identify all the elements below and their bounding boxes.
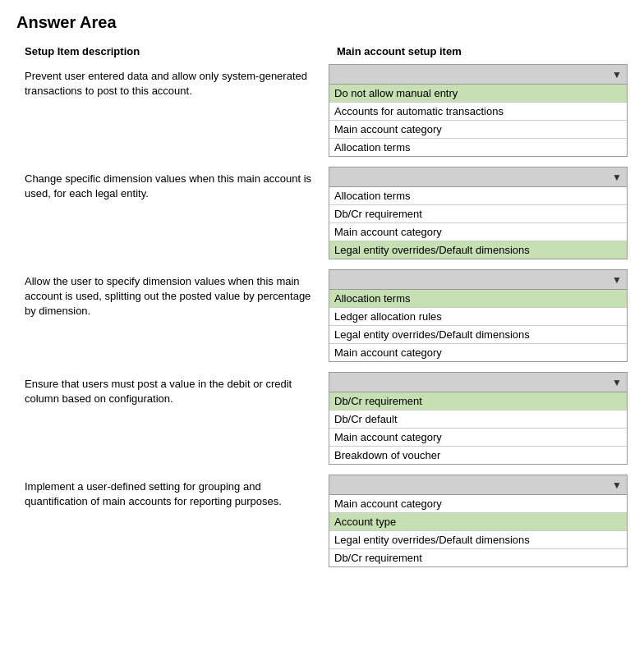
dropdown-header[interactable]: ▼: [329, 270, 627, 290]
dropdown-option[interactable]: Do not allow manual entry: [329, 85, 627, 103]
table-row: Change specific dimension values when th…: [16, 167, 628, 259]
col-main-header: Main account setup item: [329, 45, 628, 57]
chevron-down-icon: ▼: [612, 479, 622, 491]
chevron-down-icon: ▼: [612, 274, 622, 286]
dropdown-option[interactable]: Allocation terms: [329, 187, 627, 205]
dropdown-option[interactable]: Legal entity overrides/Default dimension…: [329, 326, 627, 344]
dropdown-option[interactable]: Legal entity overrides/Default dimension…: [329, 241, 627, 259]
table-row: Ensure that users must post a value in t…: [16, 372, 628, 465]
chevron-down-icon: ▼: [612, 69, 622, 80]
dropdown-header[interactable]: ▼: [329, 475, 627, 495]
description-cell: Implement a user-defined setting for gro…: [16, 475, 329, 514]
dropdown-cell[interactable]: ▼Allocation termsLedger allocation rules…: [329, 269, 628, 362]
dropdown-option[interactable]: Main account category: [329, 121, 627, 139]
dropdown-option[interactable]: Db/Cr requirement: [329, 549, 627, 566]
dropdown-option[interactable]: Db/Cr default: [329, 410, 627, 429]
dropdown-cell[interactable]: ▼Do not allow manual entryAccounts for a…: [329, 64, 628, 157]
table-row: Prevent user entered data and allow only…: [16, 64, 628, 157]
dropdown-option[interactable]: Main account category: [329, 495, 627, 513]
dropdown-option[interactable]: Db/Cr requirement: [329, 205, 627, 223]
chevron-down-icon: ▼: [612, 377, 622, 388]
dropdown-option[interactable]: Accounts for automatic transactions: [329, 103, 627, 121]
dropdown-header[interactable]: ▼: [329, 373, 627, 392]
dropdown-option[interactable]: Main account category: [329, 344, 627, 361]
description-cell: Ensure that users must post a value in t…: [16, 372, 329, 411]
dropdown-cell[interactable]: ▼Db/Cr requirementDb/Cr defaultMain acco…: [329, 372, 628, 465]
description-cell: Change specific dimension values when th…: [16, 167, 329, 206]
description-cell: Allow the user to specify dimension valu…: [16, 269, 329, 324]
description-cell: Prevent user entered data and allow only…: [16, 64, 329, 103]
dropdown-header[interactable]: ▼: [329, 167, 627, 187]
table-header: Setup Item description Main account setu…: [16, 45, 628, 57]
dropdown-option[interactable]: Allocation terms: [329, 290, 627, 308]
dropdown-option[interactable]: Legal entity overrides/Default dimension…: [329, 531, 627, 549]
dropdown-option[interactable]: Main account category: [329, 429, 627, 447]
col-desc-header: Setup Item description: [16, 45, 329, 57]
dropdown-option[interactable]: Main account category: [329, 223, 627, 241]
dropdown-option[interactable]: Breakdown of voucher: [329, 447, 627, 464]
dropdown-cell[interactable]: ▼Main account categoryAccount typeLegal …: [329, 475, 628, 567]
dropdown-option[interactable]: Account type: [329, 513, 627, 531]
dropdown-option[interactable]: Allocation terms: [329, 139, 627, 156]
chevron-down-icon: ▼: [612, 172, 622, 183]
dropdown-option[interactable]: Db/Cr requirement: [329, 392, 627, 410]
page-title: Answer Area: [16, 13, 628, 32]
dropdown-cell[interactable]: ▼Allocation termsDb/Cr requirementMain a…: [329, 167, 628, 259]
table-row: Allow the user to specify dimension valu…: [16, 269, 628, 362]
rows-container: Prevent user entered data and allow only…: [16, 64, 628, 567]
dropdown-header[interactable]: ▼: [329, 65, 627, 85]
dropdown-option[interactable]: Ledger allocation rules: [329, 308, 627, 326]
table-row: Implement a user-defined setting for gro…: [16, 475, 628, 567]
